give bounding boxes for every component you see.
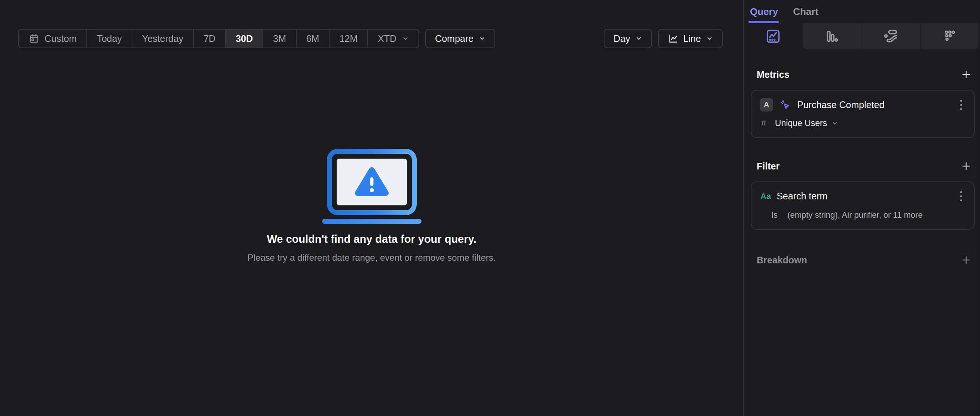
- line-chart-icon: [668, 33, 679, 44]
- date-range-xtd-button[interactable]: XTD: [368, 30, 418, 48]
- chevron-down-icon: [402, 35, 409, 42]
- query-builder-sidebar: Query Chart: [743, 0, 980, 416]
- add-filter-button[interactable]: [960, 160, 972, 172]
- granularity-dropdown[interactable]: Day: [604, 29, 652, 48]
- add-metric-button[interactable]: [960, 68, 972, 81]
- date-range-segmented-control: Custom Today Yesterday 7D 30D 3M: [18, 29, 419, 48]
- chart-type-flows-tab[interactable]: [861, 23, 920, 49]
- chevron-down-icon: [832, 120, 838, 126]
- date-range-label: 30D: [235, 33, 253, 44]
- date-range-yesterday-button[interactable]: Yesterday: [132, 30, 194, 48]
- metric-kebab-menu[interactable]: [959, 99, 964, 112]
- text-property-icon: Aa: [760, 191, 771, 201]
- sidebar-tab-bar: Query Chart: [744, 0, 980, 23]
- date-range-6m-button[interactable]: 6M: [297, 30, 330, 48]
- chart-type-tab-bar: [744, 23, 980, 49]
- chevron-down-icon: [479, 35, 485, 42]
- filter-heading: Filter: [757, 161, 780, 172]
- chart-type-inactive-tabs: [803, 23, 978, 49]
- chevron-down-icon: [635, 35, 642, 42]
- laptop-warning-illustration: [322, 148, 422, 224]
- event-cursor-sparkle-icon: [779, 99, 791, 111]
- filter-values-summary[interactable]: (empty string), Air purifier, or 11 more: [788, 210, 923, 220]
- date-range-7d-button[interactable]: 7D: [194, 30, 226, 48]
- breakdown-section-header: Breakdown: [751, 253, 975, 266]
- metric-aggregation-row: # Unique Users: [760, 118, 966, 128]
- metric-card-header: A Purchase Completed: [760, 98, 966, 112]
- filter-property-name[interactable]: Search term: [776, 191, 827, 202]
- tab-label: Query: [750, 6, 778, 18]
- calendar-icon: [29, 33, 40, 44]
- date-range-label: Today: [97, 33, 122, 44]
- chart-style-dropdown[interactable]: Line: [658, 29, 723, 48]
- no-data-empty-state: We couldn't find any data for your query…: [0, 148, 743, 263]
- date-range-label: XTD: [378, 33, 396, 44]
- query-panel: Metrics A Purchase Completed: [744, 68, 980, 266]
- tab-label: Chart: [793, 6, 818, 18]
- metrics-heading: Metrics: [757, 69, 790, 80]
- filter-condition-row: Is (empty string), Air purifier, or 11 m…: [760, 210, 966, 220]
- metric-event-name[interactable]: Purchase Completed: [797, 99, 884, 110]
- chart-type-insights-tab[interactable]: [744, 23, 803, 49]
- granularity-label: Day: [613, 33, 630, 44]
- compare-label: Compare: [435, 33, 474, 44]
- compare-button[interactable]: Compare: [425, 29, 495, 48]
- date-range-12m-button[interactable]: 12M: [329, 30, 368, 48]
- insights-line-chart-icon: [765, 28, 781, 45]
- retention-grid-icon: [941, 28, 958, 45]
- tab-query[interactable]: Query: [750, 0, 778, 23]
- filter-kebab-menu[interactable]: [959, 190, 964, 203]
- tab-chart[interactable]: Chart: [793, 0, 818, 23]
- report-canvas: Custom Today Yesterday 7D 30D 3M: [0, 0, 743, 416]
- chart-type-retention-tab[interactable]: [920, 23, 978, 49]
- bar-chart-icon: [823, 28, 840, 45]
- breakdown-heading: Breakdown: [757, 255, 807, 266]
- empty-state-title: We couldn't find any data for your query…: [267, 233, 476, 245]
- chart-style-label: Line: [683, 33, 701, 44]
- empty-state-subtitle: Please try a different date range, event…: [248, 252, 496, 263]
- metric-series-badge: A: [760, 98, 773, 112]
- chart-type-bar-tab[interactable]: [803, 23, 861, 49]
- metrics-section-header: Metrics: [751, 68, 975, 81]
- flows-icon: [882, 28, 899, 45]
- sidebar-scrollbar-gutter[interactable]: [977, 49, 980, 416]
- count-symbol: #: [761, 118, 766, 128]
- date-range-30d-button[interactable]: 30D: [226, 30, 263, 48]
- date-range-label: 12M: [339, 33, 358, 44]
- date-range-label: Yesterday: [142, 33, 183, 44]
- date-range-3m-button[interactable]: 3M: [263, 30, 297, 48]
- aggregation-label: Unique Users: [775, 118, 827, 128]
- filter-card[interactable]: Aa Search term Is (empty string), Air pu…: [751, 182, 975, 230]
- chevron-down-icon: [706, 35, 713, 42]
- metric-card[interactable]: A Purchase Completed # Unique Users: [751, 90, 975, 138]
- report-toolbar: Custom Today Yesterday 7D 30D 3M: [0, 0, 743, 48]
- analytics-app: Custom Today Yesterday 7D 30D 3M: [0, 0, 980, 416]
- filter-operator[interactable]: Is: [771, 210, 778, 220]
- date-range-label: 7D: [204, 33, 215, 44]
- add-breakdown-button[interactable]: [960, 253, 972, 266]
- filter-section-header: Filter: [751, 160, 975, 172]
- date-range-today-button[interactable]: Today: [87, 30, 132, 48]
- filter-card-header: Aa Search term: [760, 190, 966, 203]
- date-range-label: 3M: [273, 33, 286, 44]
- aggregation-dropdown[interactable]: Unique Users: [775, 118, 838, 128]
- date-range-label: Custom: [45, 33, 77, 44]
- date-range-label: 6M: [306, 33, 320, 44]
- date-range-custom-button[interactable]: Custom: [19, 30, 87, 48]
